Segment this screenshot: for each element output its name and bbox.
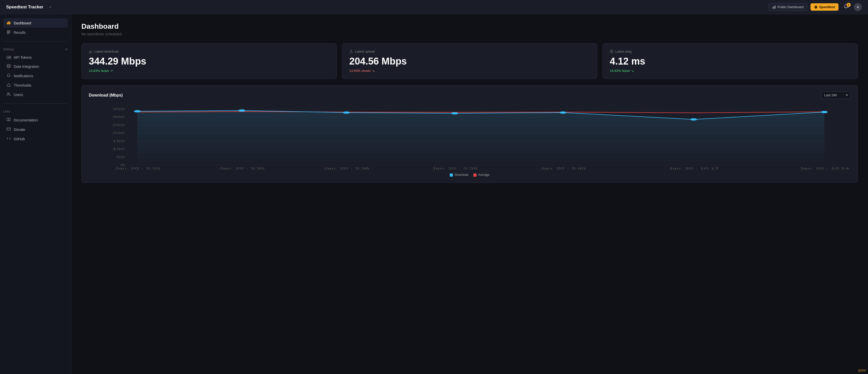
notifications-button[interactable]: 0	[841, 3, 851, 11]
speedtest-label: Speedtest	[819, 5, 835, 9]
page-title: Dashboard	[82, 22, 858, 31]
x-label-5: Jan. 20 - 3:40	[540, 167, 586, 170]
sidebar-api-tokens-label: API Tokens	[14, 56, 65, 60]
sidebar-users-label: Users	[14, 93, 65, 97]
dashboard-icon	[6, 21, 11, 25]
x-label-7: Jan. 20 - 10:14	[799, 167, 849, 170]
sidebar-item-data-integration[interactable]: Data Integration	[3, 62, 68, 71]
speedtest-button[interactable]: Speedtest	[810, 3, 838, 11]
chart-header: Download (Mbps) Last 24h Last 7 days Las…	[89, 92, 850, 99]
sidebar-item-api-tokens[interactable]: API API Tokens	[3, 53, 68, 62]
settings-label: Settings	[3, 47, 14, 51]
svg-rect-4	[7, 22, 8, 24]
data-point-1	[134, 110, 140, 112]
upload-trend: 14.69% slower ↘	[349, 69, 590, 73]
sidebar-item-results[interactable]: Results	[3, 28, 68, 37]
avatar-label: A	[857, 5, 859, 9]
sidebar-item-thresholds[interactable]: Thresholds	[3, 80, 68, 90]
bar-chart-icon	[772, 5, 776, 9]
sidebar-item-users[interactable]: Users	[3, 90, 68, 99]
sidebar-item-notifications[interactable]: Notifications	[3, 71, 68, 80]
legend-download-label: Download	[455, 173, 468, 177]
y-label-0: 0	[121, 164, 125, 166]
page-subtitle: No speedtests scheduled.	[82, 32, 858, 36]
svg-rect-5	[8, 21, 9, 24]
thresholds-icon	[6, 83, 11, 88]
sidebar-notifications-label: Notifications	[14, 74, 65, 78]
chart-svg: 350 300 250 200 150 100 50 0	[89, 104, 850, 170]
data-point-5	[560, 111, 566, 113]
sidebar-item-donate[interactable]: Donate	[3, 125, 68, 134]
upload-trend-text: 14.69% slower	[349, 69, 371, 73]
sidebar-results-label: Results	[14, 31, 65, 35]
links-section-header: Links	[0, 108, 71, 115]
svg-rect-10	[7, 34, 9, 34]
navbar: Speedtest Tracker ‹ Public Dashboard Spe…	[0, 0, 868, 14]
data-point-3	[343, 111, 349, 113]
navbar-left: Speedtest Tracker ‹	[6, 3, 53, 11]
y-label-150: 150	[112, 140, 125, 142]
data-point-4	[452, 112, 458, 114]
donate-icon	[6, 127, 11, 132]
ping-card-label: Latest ping	[615, 49, 632, 53]
avatar-button[interactable]: A	[854, 3, 862, 11]
svg-rect-7	[7, 31, 10, 31]
sidebar-item-github[interactable]: GitHub	[3, 134, 68, 143]
upload-card-header: Latest upload	[349, 49, 590, 53]
svg-point-12	[7, 93, 9, 94]
download-card-label: Latest download	[94, 49, 119, 53]
collapse-button[interactable]: ‹	[47, 3, 53, 11]
sidebar-documentation-label: Documentation	[14, 118, 65, 122]
navbar-right: Public Dashboard Speedtest 0 A	[769, 3, 862, 11]
y-label-350: 350	[112, 108, 125, 110]
rocket-icon	[814, 5, 818, 9]
download-icon	[89, 50, 92, 53]
ping-stat-card: Latest ping 4.12 ms 16.83% faster ↘	[602, 43, 858, 79]
stats-grid: Latest download 344.29 Mbps 14.83% faste…	[82, 43, 858, 79]
results-icon	[6, 30, 11, 35]
sidebar-item-documentation[interactable]: Documentation	[3, 115, 68, 125]
legend-average-label: Average	[478, 173, 489, 177]
y-label-250: 250	[112, 124, 125, 127]
legend-download: Download	[450, 173, 468, 177]
svg-rect-13	[7, 128, 11, 131]
ping-card-header: Latest ping	[610, 49, 850, 53]
legend-average: Average	[473, 173, 490, 177]
database-icon	[6, 64, 11, 69]
sidebar-divider-1	[3, 41, 68, 41]
data-point-7	[822, 111, 827, 113]
sidebar-dashboard-label: Dashboard	[14, 21, 65, 25]
sidebar-github-label: GitHub	[14, 137, 65, 141]
chart-section: Download (Mbps) Last 24h Last 7 days Las…	[82, 85, 858, 183]
download-trend-text: 14.83% faster	[89, 69, 109, 73]
svg-rect-2	[775, 5, 776, 8]
sidebar-nav-section: Dashboard Results	[0, 18, 71, 37]
download-value: 344.29 Mbps	[89, 56, 330, 67]
users-icon	[6, 92, 11, 97]
chart-title: Download (Mbps)	[89, 93, 123, 98]
chart-period-select[interactable]: Last 24h Last 7 days Last 30 days	[822, 92, 850, 99]
svg-point-11	[7, 65, 10, 66]
clock-icon	[610, 50, 613, 53]
sidebar-settings-section: API API Tokens Data Integration	[0, 53, 71, 99]
upload-stat-card: Latest upload 204.56 Mbps 14.69% slower …	[342, 43, 597, 79]
public-dashboard-label: Public Dashboard	[777, 5, 804, 9]
x-label-4: Jan. 20 - 3:38	[432, 167, 477, 170]
code-icon	[6, 136, 11, 141]
download-card-header: Latest download	[89, 49, 330, 53]
svg-rect-8	[7, 32, 10, 32]
upload-value: 204.56 Mbps	[349, 56, 590, 67]
download-trend-arrow: ↗	[110, 69, 113, 73]
chevron-up-icon	[65, 48, 68, 51]
sidebar-data-integration-label: Data Integration	[14, 65, 65, 69]
sidebar-thresholds-label: Thresholds	[14, 83, 65, 88]
data-point-6	[691, 118, 696, 121]
svg-rect-6	[9, 22, 10, 24]
ping-value: 4.12 ms	[610, 56, 850, 67]
sidebar: Dashboard Results Settings	[0, 14, 71, 374]
public-dashboard-button[interactable]: Public Dashboard	[769, 3, 807, 11]
svg-rect-0	[773, 7, 773, 9]
sidebar-links-section: Documentation Donate Git	[0, 115, 71, 143]
sidebar-item-dashboard[interactable]: Dashboard	[3, 18, 68, 28]
sidebar-divider-2	[3, 103, 68, 104]
